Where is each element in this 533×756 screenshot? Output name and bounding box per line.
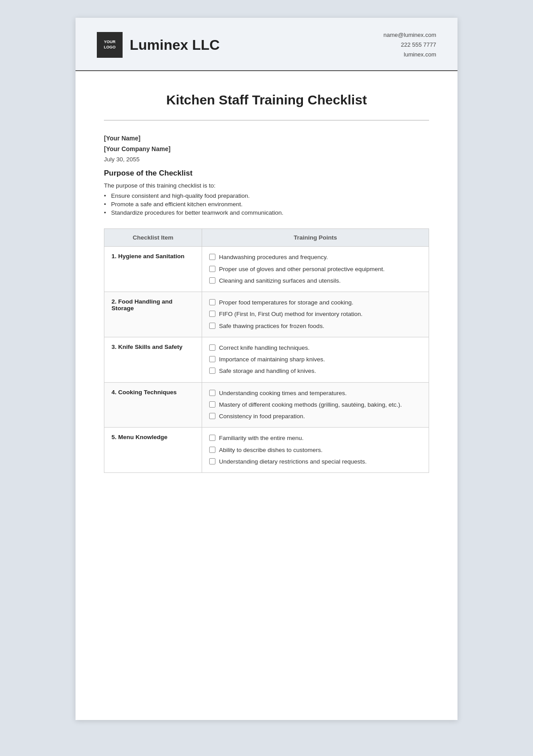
training-point-item: Correct knife handling techniques. [209,344,422,352]
training-point-item: Cleaning and sanitizing surfaces and ute… [209,276,422,285]
contact-email: name@luminex.com [383,30,436,40]
training-points-list: Handwashing procedures and frequency.Pro… [209,253,422,285]
table-row: 5. Menu KnowledgeFamiliarity with the en… [104,428,429,473]
training-point-text: Ability to describe dishes to customers. [219,446,322,455]
bullet-item: Standardize procedures for better teamwo… [104,209,429,216]
checkbox-icon[interactable] [209,447,215,453]
table-row: 3. Knife Skills and SafetyCorrect knife … [104,337,429,382]
table-row: 1. Hygiene and SanitationHandwashing pro… [104,247,429,292]
training-points-cell: Familiarity with the entire menu.Ability… [202,428,429,473]
document-page: YOUR LOGO Luminex LLC name@luminex.com 2… [76,18,457,720]
training-point-item: FIFO (First In, First Out) method for in… [209,310,422,319]
checklist-item: 3. Knife Skills and Safety [104,337,202,382]
training-points-list: Familiarity with the entire menu.Ability… [209,434,422,466]
checklist-item: 5. Menu Knowledge [104,428,202,473]
training-point-text: Proper food temperatures for storage and… [219,298,353,307]
checkbox-icon[interactable] [209,299,215,305]
training-point-item: Proper use of gloves and other personal … [209,265,422,274]
col-header-item: Checklist Item [104,229,202,247]
purpose-heading: Purpose of the Checklist [104,169,429,178]
training-points-cell: Proper food temperatures for storage and… [202,292,429,337]
company-field: [Your Company Name] [104,145,429,152]
table-row: 4. Cooking TechniquesUnderstanding cooki… [104,382,429,428]
checkbox-icon[interactable] [209,323,215,329]
purpose-intro: The purpose of this training checklist i… [104,182,429,189]
training-point-item: Importance of maintaining sharp knives. [209,355,422,364]
name-field: [Your Name] [104,135,429,142]
checkbox-icon[interactable] [209,390,215,396]
header-contact: name@luminex.com 222 555 7777 luminex.co… [383,30,436,60]
training-points-cell: Correct knife handling techniques.Import… [202,337,429,382]
logo-line1: YOUR [104,40,115,45]
checkbox-icon[interactable] [209,277,215,284]
training-points-list: Correct knife handling techniques.Import… [209,344,422,376]
training-point-text: FIFO (First In, First Out) method for in… [219,310,362,319]
bullet-item: Promote a safe and efficient kitchen env… [104,201,429,208]
training-point-text: Understanding dietary restrictions and s… [219,457,366,466]
training-point-text: Understanding cooking times and temperat… [219,389,346,398]
checkbox-icon[interactable] [209,435,215,441]
col-header-points: Training Points [202,229,429,247]
header-left: YOUR LOGO Luminex LLC [97,32,220,58]
training-point-item: Proper food temperatures for storage and… [209,298,422,307]
training-point-text: Handwashing procedures and frequency. [219,253,328,262]
training-point-item: Safe storage and handling of knives. [209,367,422,376]
training-point-item: Handwashing procedures and frequency. [209,253,422,262]
logo-line2: LOGO [104,45,116,50]
checkbox-icon[interactable] [209,401,215,408]
contact-website: luminex.com [383,50,436,60]
company-name: Luminex LLC [130,37,220,53]
checklist-table: Checklist Item Training Points 1. Hygien… [104,228,429,473]
training-points-cell: Understanding cooking times and temperat… [202,382,429,428]
checklist-item: 4. Cooking Techniques [104,382,202,428]
checkbox-icon[interactable] [209,311,215,317]
contact-phone: 222 555 7777 [383,40,436,50]
training-point-item: Ability to describe dishes to customers. [209,446,422,455]
checkbox-icon[interactable] [209,368,215,374]
training-point-item: Familiarity with the entire menu. [209,434,422,443]
training-point-text: Safe thawing practices for frozen foods. [219,322,324,331]
training-points-list: Proper food temperatures for storage and… [209,298,422,331]
checkbox-icon[interactable] [209,266,215,272]
checkbox-icon[interactable] [209,413,215,419]
table-row: 2. Food Handling and StorageProper food … [104,292,429,337]
checkbox-icon[interactable] [209,344,215,351]
table-header-row: Checklist Item Training Points [104,229,429,247]
document-title: Kitchen Staff Training Checklist [104,92,429,108]
page-header: YOUR LOGO Luminex LLC name@luminex.com 2… [76,18,457,71]
checkbox-icon[interactable] [209,356,215,362]
training-point-text: Correct knife handling techniques. [219,344,310,352]
checklist-item: 1. Hygiene and Sanitation [104,247,202,292]
title-divider [104,120,429,120]
training-point-item: Safe thawing practices for frozen foods. [209,322,422,331]
logo-box: YOUR LOGO [97,32,123,58]
bullet-item: Ensure consistent and high-quality food … [104,192,429,199]
training-point-item: Understanding cooking times and temperat… [209,389,422,398]
checkbox-icon[interactable] [209,458,215,464]
training-point-text: Importance of maintaining sharp knives. [219,355,325,364]
page-content: Kitchen Staff Training Checklist [Your N… [76,71,457,494]
training-point-text: Safe storage and handling of knives. [219,367,316,376]
checkbox-icon[interactable] [209,254,215,260]
training-point-item: Consistency in food preparation. [209,412,422,421]
training-points-cell: Handwashing procedures and frequency.Pro… [202,247,429,292]
training-points-list: Understanding cooking times and temperat… [209,389,422,421]
document-date: July 30, 2055 [104,156,429,163]
training-point-text: Cleaning and sanitizing surfaces and ute… [219,276,341,285]
purpose-bullets: Ensure consistent and high-quality food … [104,192,429,216]
training-point-item: Mastery of different cooking methods (gr… [209,400,422,409]
training-point-text: Consistency in food preparation. [219,412,305,421]
training-point-text: Mastery of different cooking methods (gr… [219,400,402,409]
checklist-item: 2. Food Handling and Storage [104,292,202,337]
training-point-text: Familiarity with the entire menu. [219,434,304,443]
training-point-text: Proper use of gloves and other personal … [219,265,385,274]
training-point-item: Understanding dietary restrictions and s… [209,457,422,466]
